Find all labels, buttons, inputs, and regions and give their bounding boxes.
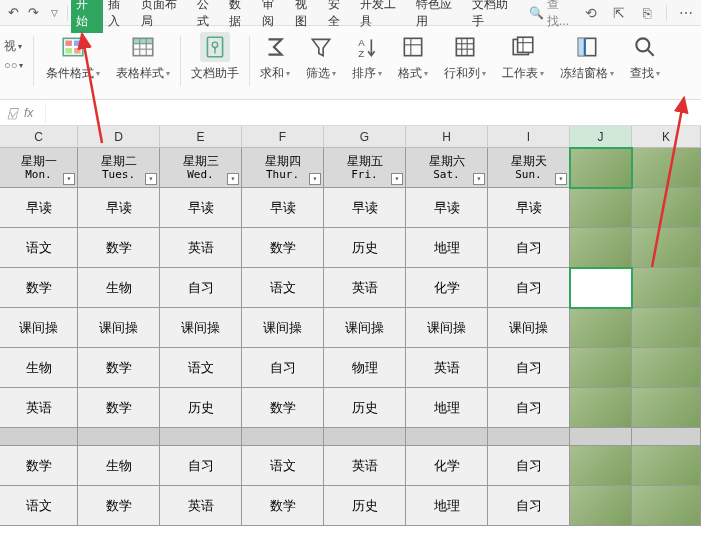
image-cell[interactable]	[570, 388, 632, 428]
image-cell[interactable]	[632, 228, 701, 268]
filter-dropdown-icon[interactable]: ▾	[145, 173, 157, 185]
data-cell[interactable]: 数学	[242, 228, 324, 268]
gap-cell[interactable]	[488, 428, 570, 446]
qat-dropdown[interactable]: ▽	[44, 3, 63, 23]
ribbon-conditional-format-button[interactable]: 条件格式▾	[38, 32, 108, 90]
image-cell[interactable]	[632, 348, 701, 388]
data-cell[interactable]: 课间操	[160, 308, 242, 348]
menu-tab-页面布局[interactable]: 页面布局	[136, 0, 192, 33]
data-cell[interactable]: 数学	[0, 268, 78, 308]
data-cell[interactable]: 化学	[406, 268, 488, 308]
data-cell[interactable]: 数学	[0, 446, 78, 486]
ribbon-worksheet-button[interactable]: 工作表▾	[494, 32, 552, 90]
redo-button[interactable]: ↷	[24, 3, 43, 23]
gap-cell[interactable]	[78, 428, 160, 446]
data-cell[interactable]: 语文	[0, 486, 78, 526]
weekday-header[interactable]: 星期天Sun.▾	[488, 148, 570, 188]
data-cell[interactable]: 数学	[78, 486, 160, 526]
menu-tab-文档助手[interactable]: 文档助手	[467, 0, 523, 33]
weekday-header[interactable]: 星期二Tues.▾	[78, 148, 160, 188]
data-cell[interactable]: 地理	[406, 228, 488, 268]
data-cell[interactable]: 数学	[242, 388, 324, 428]
cloud-sync-icon[interactable]: ⟲	[580, 3, 602, 23]
menu-tab-插入[interactable]: 插入	[103, 0, 136, 33]
image-cell[interactable]	[570, 148, 632, 188]
data-cell[interactable]: 英语	[160, 228, 242, 268]
data-cell[interactable]: 数学	[78, 388, 160, 428]
col-header-H[interactable]: H	[406, 126, 488, 147]
data-cell[interactable]: 自习	[160, 446, 242, 486]
image-cell[interactable]	[570, 228, 632, 268]
data-cell[interactable]: 自习	[488, 348, 570, 388]
formula-input[interactable]	[45, 103, 693, 123]
data-cell[interactable]: 课间操	[324, 308, 406, 348]
menu-tab-公式[interactable]: 公式	[192, 0, 225, 33]
data-cell[interactable]: 英语	[324, 446, 406, 486]
data-cell[interactable]: 早读	[160, 188, 242, 228]
menu-tab-特色应用[interactable]: 特色应用	[411, 0, 467, 33]
data-cell[interactable]: 早读	[488, 188, 570, 228]
filter-dropdown-icon[interactable]: ▾	[555, 173, 567, 185]
image-cell[interactable]	[570, 486, 632, 526]
data-cell[interactable]: 数学	[242, 486, 324, 526]
image-cell[interactable]	[632, 388, 701, 428]
image-cell[interactable]	[570, 348, 632, 388]
image-cell[interactable]	[632, 268, 701, 308]
data-cell[interactable]: 课间操	[78, 308, 160, 348]
data-cell[interactable]: 英语	[324, 268, 406, 308]
menu-tab-数据[interactable]: 数据	[224, 0, 257, 33]
gap-cell[interactable]	[632, 428, 701, 446]
ribbon-table-style-button[interactable]: 表格样式▾	[108, 32, 178, 90]
menu-search[interactable]: 🔍 查找...	[529, 0, 579, 30]
filter-dropdown-icon[interactable]: ▾	[391, 173, 403, 185]
ribbon-find-button[interactable]: 查找▾	[622, 32, 668, 90]
col-header-D[interactable]: D	[78, 126, 160, 147]
data-cell[interactable]: 英语	[0, 388, 78, 428]
image-cell[interactable]	[570, 446, 632, 486]
data-cell[interactable]: 语文	[242, 268, 324, 308]
data-cell[interactable]: 语文	[242, 446, 324, 486]
image-cell[interactable]	[632, 148, 701, 188]
image-cell[interactable]	[632, 446, 701, 486]
menu-tab-开发工具[interactable]: 开发工具	[355, 0, 411, 33]
data-cell[interactable]: 物理	[324, 348, 406, 388]
ribbon-row-col-button[interactable]: 行和列▾	[436, 32, 494, 90]
data-cell[interactable]: 地理	[406, 486, 488, 526]
share-icon[interactable]: ⇱	[608, 3, 630, 23]
data-cell[interactable]: 早读	[324, 188, 406, 228]
undo-button[interactable]: ↶	[4, 3, 23, 23]
data-cell[interactable]: 历史	[324, 228, 406, 268]
data-cell[interactable]: 自习	[488, 486, 570, 526]
image-cell[interactable]	[570, 268, 632, 308]
weekday-header[interactable]: 星期五Fri.▾	[324, 148, 406, 188]
mystery-small-button[interactable]: ○○▾	[4, 59, 23, 71]
data-cell[interactable]: 英语	[160, 486, 242, 526]
ribbon-freeze-button[interactable]: 冻结窗格▾	[552, 32, 622, 90]
col-header-I[interactable]: I	[488, 126, 570, 147]
col-header-F[interactable]: F	[242, 126, 324, 147]
fx-label[interactable]: fx	[24, 106, 33, 120]
col-header-G[interactable]: G	[324, 126, 406, 147]
data-cell[interactable]: 化学	[406, 446, 488, 486]
data-cell[interactable]: 课间操	[242, 308, 324, 348]
menu-tab-开始[interactable]: 开始	[71, 0, 104, 33]
gap-cell[interactable]	[0, 428, 78, 446]
data-cell[interactable]: 自习	[160, 268, 242, 308]
image-cell[interactable]	[570, 308, 632, 348]
weekday-header[interactable]: 星期三Wed.▾	[160, 148, 242, 188]
filter-dropdown-icon[interactable]: ▾	[309, 173, 321, 185]
menu-tab-审阅[interactable]: 审阅	[257, 0, 290, 33]
image-cell[interactable]	[570, 188, 632, 228]
gap-cell[interactable]	[160, 428, 242, 446]
name-box-icon[interactable]: ⍌	[8, 105, 16, 121]
ribbon-sort-button[interactable]: AZ排序▾	[344, 32, 390, 90]
more-icon[interactable]: ⋯	[675, 3, 697, 23]
weekday-header[interactable]: 星期六Sat.▾	[406, 148, 488, 188]
data-cell[interactable]: 历史	[324, 388, 406, 428]
image-cell[interactable]	[632, 308, 701, 348]
gap-cell[interactable]	[570, 428, 632, 446]
export-icon[interactable]: ⎘	[636, 3, 658, 23]
data-cell[interactable]: 课间操	[488, 308, 570, 348]
data-cell[interactable]: 自习	[242, 348, 324, 388]
data-cell[interactable]: 数学	[78, 228, 160, 268]
